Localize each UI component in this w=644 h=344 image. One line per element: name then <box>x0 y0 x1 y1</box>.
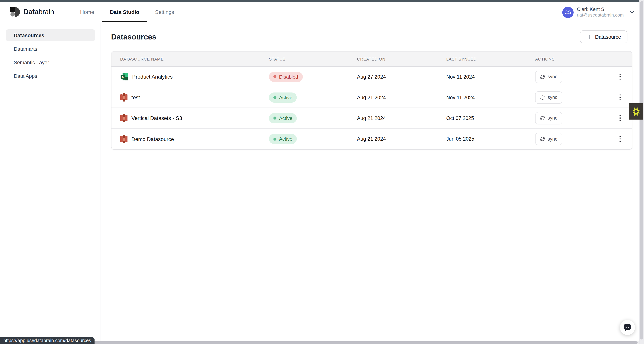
status-dot-icon <box>274 75 276 78</box>
tab-settings[interactable]: Settings <box>147 2 182 22</box>
table-header: DATASOURCE NAME STATUS CREATED ON LAST S… <box>112 51 632 67</box>
sync-button[interactable]: sync <box>535 112 562 124</box>
sync-button[interactable]: sync <box>535 133 562 145</box>
col-created-on: CREATED ON <box>357 57 446 61</box>
redshift-icon <box>120 135 128 143</box>
chat-launcher-button[interactable] <box>620 320 635 335</box>
table-body: X Product AnalyticsDisabledAug 27 2024No… <box>112 67 632 149</box>
table-row[interactable]: testActiveAug 21 2024Nov 11 2024 sync <box>112 87 632 108</box>
status-label: Active <box>279 136 292 142</box>
link-preview-statusbar: https://app.usedatabrain.com/datasources <box>0 337 94 344</box>
floating-spark-widget[interactable] <box>629 103 643 120</box>
chevron-down-icon <box>629 10 634 14</box>
sync-button-label: sync <box>548 95 557 100</box>
status-badge: Active <box>269 113 297 123</box>
user-menu[interactable]: CS Clark Kent S uat@usedatabrain.com <box>562 2 634 22</box>
last-synced-value: Nov 11 2024 <box>446 95 535 100</box>
sidebar-item-datasources[interactable]: Datasources <box>6 29 95 41</box>
brand-name: Databrain <box>23 8 54 16</box>
row-menu-kebab-icon[interactable] <box>618 71 622 82</box>
vertical-scrollbar[interactable] <box>639 0 644 344</box>
col-datasource-name: DATASOURCE NAME <box>112 57 269 61</box>
last-synced-value: Oct 07 2025 <box>446 115 535 121</box>
datasource-name: Demo Datasource <box>132 136 174 142</box>
sidebar-item-data-apps[interactable]: Data Apps <box>6 70 95 82</box>
status-dot-icon <box>274 96 276 99</box>
table-row[interactable]: X Product AnalyticsDisabledAug 27 2024No… <box>112 67 632 87</box>
col-status: STATUS <box>269 57 357 61</box>
app-window: Databrain HomeData StudioSettings CS Cla… <box>0 0 644 344</box>
sync-button-label: sync <box>548 136 557 142</box>
status-label: Active <box>279 115 292 121</box>
excel-icon: X <box>120 73 128 81</box>
last-synced-value: Nov 11 2024 <box>446 74 535 80</box>
user-email: uat@usedatabrain.com <box>577 12 624 18</box>
sidebar-item-semantic-layer[interactable]: Semantic Layer <box>6 56 95 68</box>
chat-bubble-icon <box>623 323 632 332</box>
horizontal-scrollbar-thumb[interactable] <box>0 341 638 344</box>
svg-text:X: X <box>122 75 124 79</box>
status-badge: Active <box>269 92 297 102</box>
top-accent-bar <box>0 0 644 2</box>
tab-data-studio[interactable]: Data Studio <box>102 2 147 22</box>
tab-home[interactable]: Home <box>72 2 102 22</box>
status-dot-icon <box>274 137 276 140</box>
row-menu-kebab-icon[interactable] <box>618 92 622 103</box>
actions-cell: sync <box>535 70 632 83</box>
vertical-scrollbar-thumb[interactable] <box>640 1 643 340</box>
col-actions: ACTIONS <box>535 57 632 61</box>
redshift-icon <box>120 114 128 122</box>
sync-button-label: sync <box>548 115 557 121</box>
datasource-name: test <box>132 94 140 100</box>
user-name: Clark Kent S <box>577 6 624 12</box>
sync-button-label: sync <box>548 74 557 79</box>
created-on-value: Aug 21 2024 <box>357 95 446 100</box>
page-title: Datasources <box>111 32 156 41</box>
datasource-name: Product Analytics <box>132 74 173 80</box>
datasources-table: DATASOURCE NAME STATUS CREATED ON LAST S… <box>111 51 632 150</box>
row-menu-kebab-icon[interactable] <box>618 113 622 124</box>
status-dot-icon <box>274 117 276 120</box>
sync-refresh-icon <box>540 95 545 100</box>
databrain-logo[interactable]: Databrain <box>10 2 54 22</box>
col-last-synced: LAST SYNCED <box>446 57 535 61</box>
table-row[interactable]: Vertical Datasets - S3ActiveAug 21 2024O… <box>112 108 632 129</box>
sync-button[interactable]: sync <box>535 91 562 104</box>
row-menu-kebab-icon[interactable] <box>618 134 622 144</box>
actions-cell: sync <box>535 133 632 145</box>
datasource-name-cell: test <box>112 93 269 102</box>
datasource-name-cell: Demo Datasource <box>112 135 269 143</box>
plus-icon <box>586 34 592 40</box>
status-badge: Active <box>269 134 297 144</box>
status-label: Active <box>279 95 292 100</box>
horizontal-scrollbar[interactable] <box>0 341 639 344</box>
datasource-name: Vertical Datasets - S3 <box>132 115 182 121</box>
sync-refresh-icon <box>540 116 545 121</box>
sidebar-item-datamarts[interactable]: Datamarts <box>6 43 95 55</box>
redshift-icon <box>120 93 128 102</box>
created-on-value: Aug 21 2024 <box>357 136 446 142</box>
datasource-name-cell: Vertical Datasets - S3 <box>112 114 269 122</box>
sync-button[interactable]: sync <box>535 70 562 83</box>
main-content: Datasources Datasource DATASOURCE NAME S… <box>101 22 639 344</box>
databrain-logo-mark <box>10 7 20 17</box>
sidebar: DatasourcesDatamartsSemantic LayerData A… <box>0 22 101 344</box>
last-synced-value: Jun 05 2025 <box>446 136 535 142</box>
top-nav: Databrain HomeData StudioSettings CS Cla… <box>0 2 644 22</box>
add-datasource-button[interactable]: Datasource <box>580 30 628 43</box>
main-nav: HomeData StudioSettings <box>72 2 182 22</box>
table-row[interactable]: Demo DatasourceActiveAug 21 2024Jun 05 2… <box>112 129 632 149</box>
avatar: CS <box>562 6 574 18</box>
actions-cell: sync <box>535 91 632 104</box>
datasource-name-cell: X Product Analytics <box>112 73 269 81</box>
status-label: Disabled <box>279 74 298 80</box>
sync-refresh-icon <box>540 74 545 79</box>
spark-asterisk-icon <box>631 106 641 117</box>
sync-refresh-icon <box>540 137 545 141</box>
status-badge: Disabled <box>269 72 302 82</box>
created-on-value: Aug 27 2024 <box>357 74 446 80</box>
created-on-value: Aug 21 2024 <box>357 115 446 121</box>
actions-cell: sync <box>535 112 632 124</box>
